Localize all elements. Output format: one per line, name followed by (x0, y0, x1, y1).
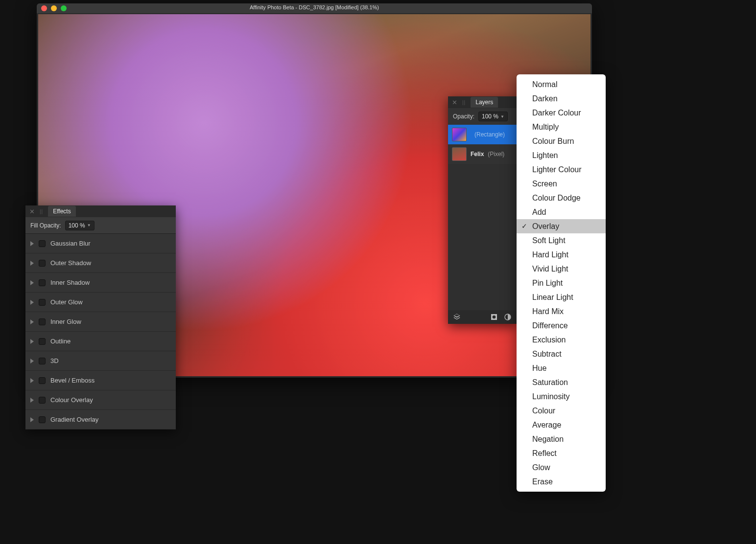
layer-type: (Pixel) (488, 151, 504, 158)
effect-checkbox[interactable] (39, 416, 46, 423)
window-title: Affinity Photo Beta - DSC_3782.jpg [Modi… (37, 4, 592, 10)
adjustment-icon[interactable] (504, 313, 512, 321)
blend-mode-item[interactable]: Soft Light (517, 233, 606, 248)
blend-mode-item[interactable]: Multiply (517, 120, 606, 134)
blend-mode-item[interactable]: Darker Colour (517, 106, 606, 120)
blend-mode-item[interactable]: Glow (517, 460, 606, 475)
effect-row[interactable]: Outer Glow (25, 293, 176, 312)
effects-list: Gaussian BlurOuter ShadowInner ShadowOut… (25, 234, 176, 430)
blend-mode-item[interactable]: Vivid Light (517, 262, 606, 276)
effect-row[interactable]: Bevel / Emboss (25, 371, 176, 390)
blend-mode-item[interactable]: Colour (517, 404, 606, 418)
blend-mode-item[interactable]: Luminosity (517, 389, 606, 404)
effect-checkbox[interactable] (39, 397, 46, 404)
blend-mode-item[interactable]: Lighter Colour (517, 162, 606, 177)
layer-type: (Rectangle) (474, 131, 505, 138)
blend-mode-item[interactable]: Difference (517, 318, 606, 333)
effect-label: Colour Overlay (50, 396, 93, 404)
layers-panel-header[interactable]: ✕ || Layers (448, 96, 517, 108)
layer-row[interactable]: Felix (Pixel) (448, 144, 517, 164)
effect-label: Bevel / Emboss (50, 377, 94, 384)
svg-point-1 (493, 316, 496, 319)
blend-mode-item[interactable]: Add (517, 205, 606, 219)
blend-mode-item[interactable]: Screen (517, 177, 606, 191)
disclosure-triangle-icon[interactable] (30, 241, 34, 246)
blend-mode-item[interactable]: Negation (517, 432, 606, 446)
layer-name: Felix (471, 151, 484, 158)
disclosure-triangle-icon[interactable] (30, 378, 34, 383)
blend-mode-item[interactable]: Erase (517, 475, 606, 489)
layer-thumbnail[interactable] (452, 128, 467, 141)
blend-mode-item[interactable]: Lighten (517, 148, 606, 162)
effect-checkbox[interactable] (39, 338, 46, 345)
chevron-down-icon: ▼ (87, 223, 91, 227)
effects-tab[interactable]: Effects (48, 206, 75, 217)
effect-label: Gradient Overlay (50, 416, 98, 423)
check-icon: ✓ (521, 220, 527, 232)
effect-row[interactable]: Gradient Overlay (25, 410, 176, 430)
fill-opacity-label: Fill Opacity: (30, 222, 61, 229)
effect-row[interactable]: 3D (25, 351, 176, 371)
layer-row[interactable]: (Rectangle) (448, 125, 517, 144)
chevron-down-icon: ▼ (500, 114, 504, 119)
blend-mode-item[interactable]: Colour Burn (517, 134, 606, 148)
effect-label: Inner Glow (50, 318, 81, 325)
effect-checkbox[interactable] (39, 279, 46, 286)
disclosure-triangle-icon[interactable] (30, 398, 34, 403)
layer-opacity-row: Opacity: 100 % ▼ (448, 108, 517, 125)
blend-mode-menu[interactable]: NormalDarkenDarker ColourMultiplyColour … (517, 74, 606, 492)
effects-panel-header[interactable]: ✕ || Effects (25, 205, 176, 217)
disclosure-triangle-icon[interactable] (30, 261, 34, 266)
disclosure-triangle-icon[interactable] (30, 359, 34, 363)
effect-row[interactable]: Colour Overlay (25, 390, 176, 410)
fill-opacity-row: Fill Opacity: 100 % ▼ (25, 217, 176, 234)
effect-checkbox[interactable] (39, 299, 46, 306)
blend-mode-item[interactable]: Saturation (517, 375, 606, 389)
blend-mode-item[interactable]: Hard Mix (517, 304, 606, 318)
blend-mode-item[interactable]: Hard Light (517, 248, 606, 262)
effect-label: Gaussian Blur (50, 240, 91, 247)
blend-mode-item[interactable]: Colour Dodge (517, 191, 606, 205)
blend-mode-item[interactable]: Linear Light (517, 290, 606, 304)
blend-mode-item[interactable]: Exclusion (517, 333, 606, 347)
effect-label: 3D (50, 357, 59, 364)
disclosure-triangle-icon[interactable] (30, 280, 34, 285)
panel-close-icon[interactable]: ✕ (29, 208, 35, 215)
panel-grip-icon[interactable]: || (462, 100, 466, 105)
fill-opacity-value: 100 % (69, 222, 85, 229)
effect-row[interactable]: Outer Shadow (25, 253, 176, 273)
disclosure-triangle-icon[interactable] (30, 339, 34, 344)
blend-mode-item[interactable]: Hue (517, 361, 606, 375)
effect-checkbox[interactable] (39, 240, 46, 247)
effect-row[interactable]: Inner Shadow (25, 273, 176, 293)
layers-footer (448, 310, 517, 324)
effect-checkbox[interactable] (39, 377, 46, 384)
fill-opacity-dropdown[interactable]: 100 % ▼ (65, 221, 94, 230)
blend-mode-item[interactable]: Reflect (517, 446, 606, 460)
layer-list: (Rectangle)Felix (Pixel) (448, 125, 517, 164)
blend-mode-item[interactable]: Subtract (517, 347, 606, 361)
disclosure-triangle-icon[interactable] (30, 319, 34, 324)
panel-close-icon[interactable]: ✕ (452, 99, 457, 106)
effect-row[interactable]: Gaussian Blur (25, 234, 176, 253)
disclosure-triangle-icon[interactable] (30, 417, 34, 422)
effect-row[interactable]: Inner Glow (25, 312, 176, 332)
blend-mode-item[interactable]: Pin Light (517, 276, 606, 290)
layer-thumbnail[interactable] (452, 147, 467, 161)
titlebar[interactable]: Affinity Photo Beta - DSC_3782.jpg [Modi… (37, 3, 592, 13)
effect-label: Inner Shadow (50, 279, 90, 286)
layers-icon[interactable] (453, 313, 461, 321)
effect-checkbox[interactable] (39, 358, 46, 364)
effect-row[interactable]: Outline (25, 332, 176, 351)
layers-tab[interactable]: Layers (471, 97, 498, 108)
blend-mode-item[interactable]: Average (517, 418, 606, 432)
blend-mode-item[interactable]: Darken (517, 91, 606, 106)
opacity-dropdown[interactable]: 100 % ▼ (478, 112, 508, 121)
blend-mode-item[interactable]: ✓Overlay (517, 219, 606, 233)
panel-grip-icon[interactable]: || (40, 209, 43, 214)
effect-checkbox[interactable] (39, 318, 46, 325)
mask-icon[interactable] (490, 313, 498, 321)
disclosure-triangle-icon[interactable] (30, 300, 34, 305)
blend-mode-item[interactable]: Normal (517, 77, 606, 91)
effect-checkbox[interactable] (39, 260, 46, 267)
